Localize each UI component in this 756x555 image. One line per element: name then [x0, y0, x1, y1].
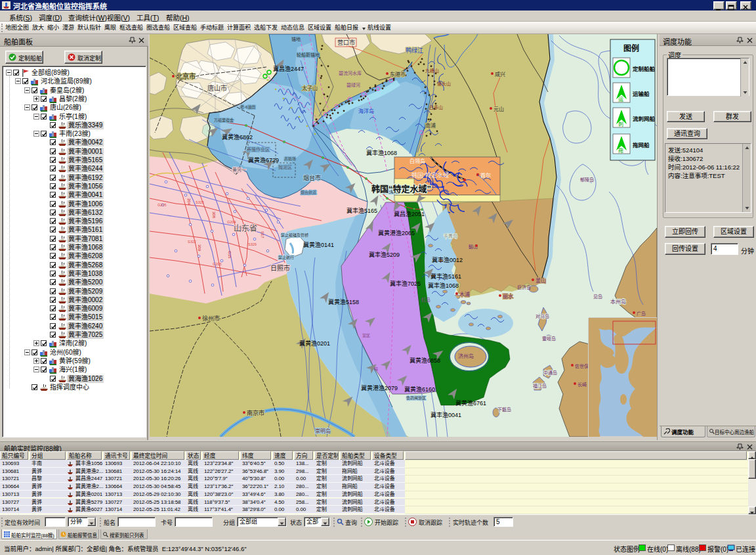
svg-text:冀黄港渔2065: 冀黄港渔2065	[378, 229, 415, 236]
svg-text:山东省: 山东省	[234, 224, 257, 233]
svg-text:冀丰渔1068: 冀丰渔1068	[366, 149, 397, 156]
svg-text:冀黄渔5158: 冀黄渔5158	[328, 298, 359, 305]
svg-text:冀黄渔6858: 冀黄渔6858	[410, 357, 440, 364]
svg-text:首尔: 首尔	[480, 172, 491, 179]
svg-text:太子山: 太子山	[302, 85, 318, 91]
svg-text:冀丰渔0012: 冀丰渔0012	[432, 256, 463, 263]
svg-text:码: 码	[374, 366, 378, 372]
svg-text:南浦: 南浦	[425, 122, 436, 129]
svg-text:S329: S329	[248, 242, 257, 246]
svg-text:冀丰渔5165: 冀丰渔5165	[346, 207, 377, 214]
svg-text:丽水: 丽水	[503, 293, 513, 300]
svg-text:冀黄渔0201: 冀黄渔0201	[299, 340, 330, 347]
svg-text:郁陵岛: 郁陵岛	[580, 177, 594, 183]
svg-text:千青鸟: 千青鸟	[444, 233, 457, 239]
svg-text:烟台航道: 烟台航道	[301, 190, 316, 195]
svg-text:抛泥区: 抛泥区	[278, 164, 292, 170]
svg-text:中通岛: 中通岛	[543, 370, 557, 376]
svg-text:白多山: 白多山	[429, 104, 443, 110]
svg-text:运: 运	[618, 97, 623, 102]
svg-text:拖: 拖	[618, 147, 623, 154]
svg-text:万船里宿舍: 万船里宿舍	[214, 118, 234, 123]
svg-text:日照市: 日照市	[270, 264, 290, 272]
svg-text:南京市: 南京市	[247, 409, 264, 416]
svg-text:308: 308	[212, 211, 216, 219]
svg-text:碧流河水库: 碧流河水库	[339, 70, 362, 76]
svg-text:韩国“特定水域”: 韩国“特定水域”	[411, 171, 451, 179]
svg-text:G15: G15	[228, 251, 232, 259]
svg-text:海洋岛: 海洋岛	[358, 108, 374, 114]
svg-text:唐山市: 唐山市	[207, 84, 227, 92]
svg-text:韩国“特定水域”: 韩国“特定水域”	[371, 184, 431, 194]
svg-text:元山: 元山	[494, 106, 504, 112]
svg-text:禁止船锚及管桥: 禁止船锚及管桥	[281, 233, 308, 238]
svg-text:东港市: 东港市	[390, 71, 406, 78]
svg-text:崇明岛: 崇明岛	[315, 428, 331, 434]
svg-text:图例: 图例	[623, 43, 639, 53]
svg-text:204: 204	[187, 198, 191, 206]
svg-text:G205: G205	[213, 262, 221, 266]
svg-text:冀丰渔1068: 冀丰渔1068	[428, 282, 459, 289]
svg-text:碧绿河: 碧绿河	[346, 82, 360, 88]
svg-text:冀黄渔6862: 冀黄渔6862	[222, 133, 253, 141]
svg-text:冀昌渔2447: 冀昌渔2447	[273, 65, 304, 72]
svg-text:冀昌渔2051: 冀昌渔2051	[394, 210, 425, 217]
svg-text:长崎: 长崎	[578, 382, 587, 388]
svg-text:养殖作业区: 养殖作业区	[247, 146, 270, 152]
svg-text:冀丰渔5161: 冀丰渔5161	[430, 273, 461, 280]
svg-text:老-6油田: 老-6油田	[240, 104, 255, 110]
svg-text:轮船新锚地: 轮船新锚地	[297, 52, 320, 58]
svg-text:烟台市: 烟台市	[303, 174, 321, 181]
svg-text:G205: G205	[158, 203, 166, 207]
svg-text:鸭绿江: 鸭绿江	[406, 47, 423, 54]
svg-text:富区: 富区	[362, 333, 370, 338]
svg-text:白翎岛: 白翎岛	[410, 158, 425, 164]
svg-text:冀丰渔5209: 冀丰渔5209	[369, 251, 400, 258]
svg-text:咸兴: 咸兴	[495, 71, 505, 78]
svg-text:定制船舶: 定制船舶	[632, 66, 655, 72]
svg-text:冀丰渔7025: 冀丰渔7025	[390, 280, 421, 287]
svg-text:309: 309	[198, 244, 201, 252]
svg-text:釜山: 釜山	[536, 277, 546, 284]
svg-text:冀丰渔0041: 冀丰渔0041	[430, 411, 461, 418]
svg-text:拖网船: 拖网船	[633, 142, 650, 148]
svg-text:营口市: 营口市	[337, 39, 355, 46]
svg-text:运输船: 运输船	[633, 91, 650, 97]
svg-text:S17: S17	[261, 231, 264, 238]
svg-text:广岛: 广岛	[637, 311, 646, 317]
svg-text:冀黄渔0141: 冀黄渔0141	[303, 241, 334, 248]
svg-text:猫头山: 猫头山	[437, 81, 451, 87]
svg-text:九峰山: 九峰山	[425, 68, 439, 74]
svg-text:北京市: 北京市	[176, 72, 196, 80]
svg-text:木浦: 木浦	[459, 291, 470, 298]
svg-text:冀黄港渔2079: 冀黄港渔2079	[361, 384, 398, 391]
svg-text:巨济岛: 巨济岛	[517, 284, 531, 290]
svg-text:冀黄渔6729: 冀黄渔6729	[248, 156, 279, 164]
svg-text:禁止航行: 禁止航行	[278, 255, 294, 260]
svg-text:养殖场: 养殖场	[284, 156, 296, 162]
svg-text:对马岛: 对马岛	[536, 313, 549, 319]
svg-text:佐世保: 佐世保	[575, 363, 589, 369]
svg-text:红岛: 红岛	[421, 297, 430, 303]
svg-text:流刺网船: 流刺网船	[633, 116, 656, 122]
svg-text:锚地: 锚地	[291, 36, 301, 42]
svg-text:刺: 刺	[618, 122, 623, 127]
svg-text:S325: S325	[196, 200, 204, 204]
svg-text:福江岛: 福江岛	[533, 383, 547, 389]
svg-text:济州岛: 济州岛	[458, 353, 474, 359]
svg-text:冀黄渔6160: 冀黄渔6160	[404, 386, 435, 393]
svg-text:下甑岛: 下甑岛	[497, 407, 511, 412]
svg-text:冀黄渔6761: 冀黄渔6761	[455, 399, 486, 407]
svg-text:壹岐岛: 壹岐岛	[542, 336, 556, 342]
svg-text:黄河一: 黄河一	[232, 167, 246, 173]
svg-text:S322: S322	[188, 240, 196, 244]
svg-text:徐州市: 徐州市	[202, 315, 220, 322]
svg-text:见岛: 见岛	[593, 294, 602, 300]
svg-text:本州岛: 本州岛	[610, 298, 626, 305]
svg-text:鲁药闽浙区: 鲁药闽浙区	[406, 395, 426, 401]
